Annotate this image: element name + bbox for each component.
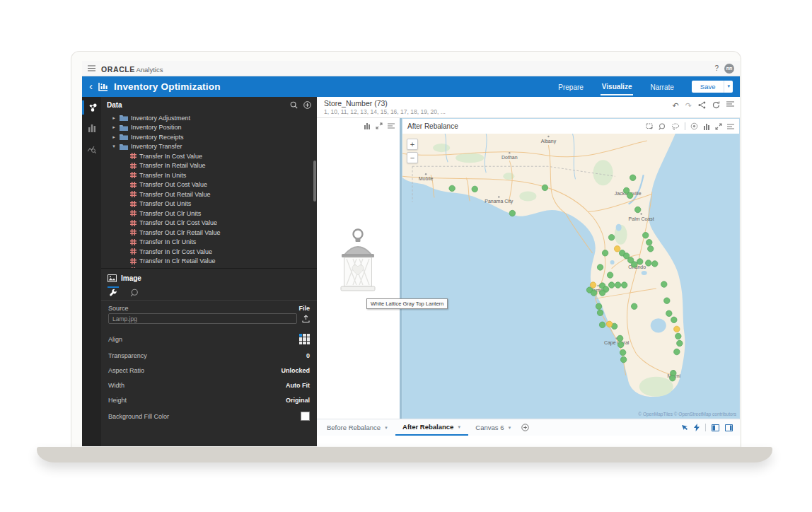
tree-measure[interactable]: Transfer In Clr Cost Value <box>101 247 317 257</box>
store-point[interactable] <box>597 264 603 270</box>
zoom-out-button[interactable]: − <box>407 152 418 163</box>
pointer-mode-icon[interactable] <box>681 424 688 431</box>
height-value[interactable]: Original <box>286 397 310 404</box>
store-point[interactable] <box>646 240 652 245</box>
auto-apply-lightning-icon[interactable] <box>694 424 700 431</box>
lasso-select-icon[interactable] <box>671 123 680 130</box>
back-button[interactable]: ‹ <box>89 81 93 91</box>
store-point[interactable] <box>606 321 612 327</box>
zoom-in-button[interactable]: + <box>407 139 418 150</box>
store-point[interactable] <box>648 246 654 252</box>
store-point[interactable] <box>677 340 683 346</box>
store-point[interactable] <box>607 272 613 278</box>
tree-folder[interactable]: ▸Inventory Adjustment <box>101 113 317 123</box>
tab-properties-wrench-icon[interactable] <box>108 286 119 300</box>
tree-measure[interactable]: Transfer Out Cost Value <box>101 180 317 190</box>
rail-data-icon[interactable] <box>82 100 101 115</box>
store-point[interactable] <box>675 333 681 339</box>
help-button[interactable]: ? <box>714 64 719 72</box>
rail-visualizations-icon[interactable] <box>82 121 101 135</box>
tree-measure[interactable]: Transfer Out Clr Cost Value <box>101 219 317 228</box>
store-point[interactable] <box>509 210 515 216</box>
caret-icon[interactable]: ▸ <box>111 124 117 130</box>
store-point[interactable] <box>631 262 637 267</box>
store-point[interactable] <box>615 282 620 288</box>
caret-icon[interactable]: ▾ <box>111 144 117 149</box>
hamburger-menu-icon[interactable] <box>88 65 95 71</box>
avatar[interactable]: RR <box>724 64 734 74</box>
store-point[interactable] <box>617 342 623 347</box>
maximize-icon[interactable] <box>376 122 383 129</box>
undo-icon[interactable]: ↶ <box>673 101 679 110</box>
tree-folder[interactable]: ▸Inventory Position <box>101 123 317 133</box>
store-point[interactable] <box>646 260 651 266</box>
store-point[interactable] <box>661 281 667 287</box>
store-point[interactable] <box>542 185 547 190</box>
tree-measure[interactable]: Transfer Out Non-Clr Units <box>101 266 317 268</box>
tree-measure[interactable]: Transfer Out Units <box>101 199 317 209</box>
tree-measure[interactable]: Transfer In Units <box>101 170 317 180</box>
map-menu-icon[interactable] <box>727 124 734 129</box>
store-point[interactable] <box>620 356 626 362</box>
store-point[interactable] <box>621 282 627 288</box>
tree-folder[interactable]: ▾Inventory Transfer <box>101 142 317 152</box>
store-point[interactable] <box>630 175 635 180</box>
tree-measure[interactable]: Transfer In Cost Value <box>101 151 317 161</box>
store-point[interactable] <box>634 206 640 212</box>
width-value[interactable]: Auto Fit <box>286 382 310 389</box>
tree-measure[interactable]: Transfer In Retail Value <box>101 161 317 171</box>
store-point[interactable] <box>617 335 622 341</box>
tree-folder[interactable]: ▸Inventory Receipts <box>101 132 317 142</box>
store-point[interactable] <box>599 290 605 296</box>
caret-icon[interactable]: ▸ <box>111 115 117 121</box>
store-point[interactable] <box>652 261 658 267</box>
store-point[interactable] <box>627 192 632 198</box>
tree-scrollbar[interactable] <box>313 161 316 202</box>
tab-visualize[interactable]: Visualize <box>601 78 634 95</box>
add-canvas-button[interactable] <box>518 419 532 436</box>
tab-narrate[interactable]: Narrate <box>649 79 675 95</box>
tree-measure[interactable]: Transfer In Clr Units <box>101 238 317 248</box>
tree-measure[interactable]: Transfer Out Clr Retail Value <box>101 228 317 238</box>
store-point[interactable] <box>637 259 642 264</box>
add-data-icon[interactable] <box>303 101 311 109</box>
layout-panel-right-icon[interactable] <box>725 424 733 431</box>
store-point[interactable] <box>671 317 677 322</box>
store-point[interactable] <box>608 235 614 240</box>
store-point[interactable] <box>664 298 670 303</box>
store-point[interactable] <box>674 326 680 332</box>
store-point[interactable] <box>602 250 608 256</box>
align-grid-control[interactable] <box>299 334 310 344</box>
save-button[interactable]: Save <box>692 81 724 93</box>
tree-measure[interactable]: Transfer Out Clr Units <box>101 209 317 219</box>
store-point[interactable] <box>620 349 625 355</box>
tab-before-rebalance[interactable]: Before Rebalance▼ <box>320 419 395 436</box>
layout-panel-left-icon[interactable] <box>712 424 719 431</box>
transparency-value[interactable]: 0 <box>306 352 310 359</box>
redo-icon[interactable]: ↷ <box>685 101 692 110</box>
save-dropdown-caret[interactable]: ▾ <box>724 81 733 93</box>
store-point[interactable] <box>590 282 596 288</box>
map-visualization[interactable]: After Rebalance <box>402 118 740 419</box>
search-icon[interactable] <box>290 101 298 109</box>
store-point[interactable] <box>631 303 637 309</box>
tree-measure[interactable]: Transfer In Clr Retail Value <box>101 257 317 267</box>
refresh-icon[interactable] <box>712 101 720 109</box>
map-body[interactable]: AlbanyDothanMobilePanama CityJacksonvill… <box>402 134 739 418</box>
map-viz-type-icon[interactable] <box>703 123 710 130</box>
tab-caret-icon[interactable]: ▼ <box>457 425 461 429</box>
store-point[interactable] <box>670 375 675 380</box>
tree-measure[interactable]: Transfer Out Retail Value <box>101 190 317 199</box>
tab-caret-icon[interactable]: ▼ <box>384 426 388 430</box>
tab-canvas-6[interactable]: Canvas 6▼ <box>468 419 518 436</box>
caret-icon[interactable]: ▸ <box>111 134 117 140</box>
layers-target-icon[interactable] <box>690 122 698 130</box>
store-point[interactable] <box>643 232 649 238</box>
background-fill-color-swatch[interactable] <box>301 412 310 421</box>
viz-type-icon[interactable] <box>364 122 371 129</box>
store-point[interactable] <box>472 186 477 192</box>
store-point[interactable] <box>666 310 672 316</box>
map-maximize-icon[interactable] <box>715 123 722 130</box>
store-point[interactable] <box>674 349 680 354</box>
rail-analytics-icon[interactable] <box>82 141 101 156</box>
